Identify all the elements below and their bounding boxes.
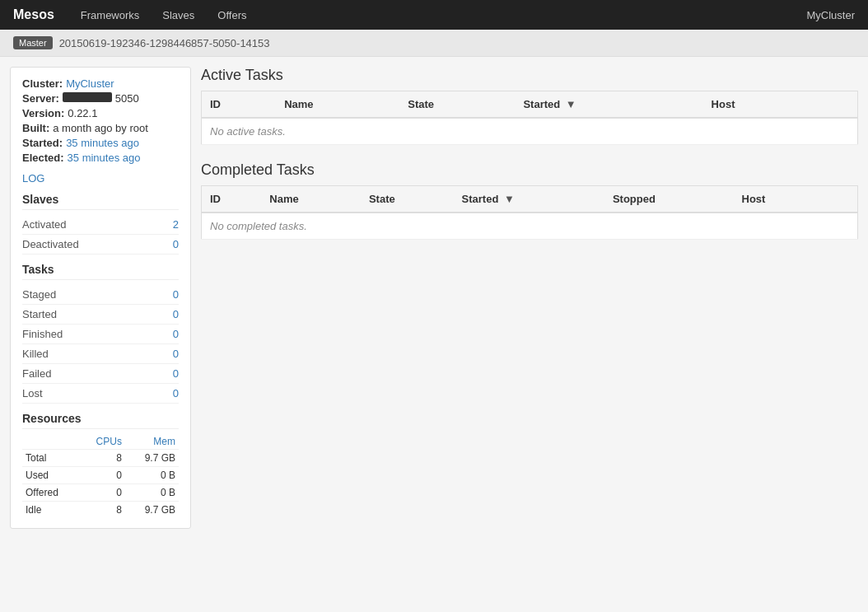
tasks-section-title: Tasks: [22, 263, 179, 280]
completed-col-state: State: [361, 186, 454, 213]
built-row: Built: a month ago by root: [22, 122, 179, 134]
version-label: Version:: [22, 107, 64, 119]
resources-total-mem: 9.7 GB: [125, 450, 179, 467]
elected-value[interactable]: 35 minutes ago: [68, 152, 141, 164]
cluster-label: Cluster:: [22, 77, 63, 90]
tasks-failed-value: 0: [173, 367, 179, 380]
completed-tasks-title: Completed Tasks: [201, 161, 858, 179]
slaves-deactivated-value: 0: [173, 238, 179, 250]
tasks-started-row: Started 0: [22, 305, 179, 325]
version-row: Version: 0.22.1: [22, 107, 179, 119]
resources-col-mem: Mem: [125, 434, 179, 450]
slaves-activated-row: Activated 2: [22, 215, 179, 235]
slaves-activated-label: Activated: [22, 218, 66, 231]
completed-tasks-empty-message: No completed tasks.: [202, 213, 858, 240]
slaves-section-title: Slaves: [22, 193, 179, 210]
resources-offered-label: Offered: [22, 484, 79, 502]
nav-link-offers[interactable]: Offers: [208, 2, 256, 28]
built-value: a month ago by root: [53, 122, 148, 134]
tasks-finished-value: 0: [173, 328, 179, 340]
resources-offered-row: Offered 0 0 B: [22, 484, 179, 502]
resources-body: Total 8 9.7 GB Used 0 0 B Offered 0 0 B …: [22, 450, 179, 519]
completed-tasks-header-row: ID Name State Started ▼ Stopped Host: [202, 186, 858, 213]
server-ip-redacted: [63, 92, 112, 102]
tasks-stats: Staged 0 Started 0 Finished 0 Killed 0 F…: [22, 285, 179, 404]
completed-tasks-table: ID Name State Started ▼ Stopped Host No …: [201, 185, 858, 240]
active-tasks-table: ID Name State Started ▼ Host No active t…: [201, 91, 858, 145]
tasks-staged-value: 0: [173, 288, 179, 301]
active-col-host: Host: [703, 91, 812, 119]
completed-col-stopped: Stopped: [604, 186, 734, 213]
resources-col-label: [22, 434, 79, 450]
sidebar: Cluster: MyCluster Server: 5050 Version:…: [10, 67, 191, 529]
tasks-failed-label: Failed: [22, 367, 51, 380]
resources-idle-label: Idle: [22, 502, 79, 519]
started-label: Started:: [22, 137, 63, 149]
resources-used-row: Used 0 0 B: [22, 467, 179, 484]
navbar: Mesos Frameworks Slaves Offers MyCluster: [0, 0, 868, 30]
active-tasks-title: Active Tasks: [201, 67, 858, 84]
tasks-started-label: Started: [22, 308, 57, 320]
active-tasks-empty-row: No active tasks.: [202, 118, 858, 145]
completed-col-host: Host: [734, 186, 821, 213]
resources-offered-cpus: 0: [79, 484, 125, 502]
completed-col-started[interactable]: Started ▼: [454, 186, 604, 213]
built-label: Built:: [22, 122, 49, 134]
main-container: Cluster: MyCluster Server: 5050 Version:…: [0, 57, 868, 539]
content-area: Active Tasks ID Name State Started ▼ Hos…: [201, 67, 858, 529]
log-link[interactable]: LOG: [22, 172, 179, 185]
slaves-deactivated-row: Deactivated 0: [22, 235, 179, 255]
resources-table: CPUs Mem Total 8 9.7 GB Used 0 0 B Offer…: [22, 434, 179, 518]
resources-used-label: Used: [22, 467, 79, 484]
completed-col-name: Name: [261, 186, 361, 213]
active-tasks-empty-message: No active tasks.: [202, 118, 858, 145]
master-badge: Master: [13, 36, 53, 49]
active-started-sort-icon: ▼: [566, 98, 576, 110]
elected-row: Elected: 35 minutes ago: [22, 152, 179, 164]
resources-offered-mem: 0 B: [125, 484, 179, 502]
active-col-state: State: [399, 91, 515, 119]
breadcrumb-bar: Master 20150619-192346-1298446857-5050-1…: [0, 30, 868, 57]
tasks-staged-label: Staged: [22, 288, 56, 301]
tasks-finished-row: Finished 0: [22, 325, 179, 344]
tasks-killed-row: Killed 0: [22, 344, 179, 364]
nav-link-slaves[interactable]: Slaves: [152, 2, 204, 28]
nav-link-frameworks[interactable]: Frameworks: [71, 2, 150, 28]
server-port: 5050: [115, 92, 139, 105]
completed-started-sort-icon: ▼: [504, 193, 515, 205]
tasks-finished-label: Finished: [22, 328, 63, 340]
tasks-staged-row: Staged 0: [22, 285, 179, 305]
slaves-stats: Activated 2 Deactivated 0: [22, 215, 179, 255]
cluster-value[interactable]: MyCluster: [66, 77, 114, 90]
active-tasks-header-row: ID Name State Started ▼ Host: [202, 91, 858, 119]
cluster-row: Cluster: MyCluster: [22, 77, 179, 90]
active-col-actions: [812, 91, 858, 119]
slaves-activated-value: 2: [173, 218, 179, 231]
completed-col-id: ID: [202, 186, 262, 213]
resources-used-mem: 0 B: [125, 467, 179, 484]
completed-col-actions: [821, 186, 858, 213]
resources-idle-mem: 9.7 GB: [125, 502, 179, 519]
resources-idle-row: Idle 8 9.7 GB: [22, 502, 179, 519]
resources-total-row: Total 8 9.7 GB: [22, 450, 179, 467]
server-row: Server: 5050: [22, 92, 179, 105]
resources-idle-cpus: 8: [79, 502, 125, 519]
started-value[interactable]: 35 minutes ago: [66, 137, 139, 149]
resources-col-cpus: CPUs: [79, 434, 125, 450]
resources-section-title: Resources: [22, 412, 179, 429]
resources-used-cpus: 0: [79, 467, 125, 484]
slaves-deactivated-label: Deactivated: [22, 238, 79, 250]
active-col-started[interactable]: Started ▼: [515, 91, 702, 119]
version-value: 0.22.1: [68, 107, 97, 119]
resources-total-cpus: 8: [79, 450, 125, 467]
active-col-name: Name: [276, 91, 399, 119]
tasks-lost-label: Lost: [22, 387, 43, 399]
navbar-cluster-name: MyCluster: [806, 9, 855, 21]
tasks-killed-value: 0: [173, 348, 179, 360]
tasks-started-value: 0: [173, 308, 179, 320]
resources-total-label: Total: [22, 450, 79, 467]
active-col-id: ID: [202, 91, 277, 119]
tasks-lost-row: Lost 0: [22, 384, 179, 404]
completed-tasks-empty-row: No completed tasks.: [202, 213, 858, 240]
tasks-failed-row: Failed 0: [22, 364, 179, 384]
